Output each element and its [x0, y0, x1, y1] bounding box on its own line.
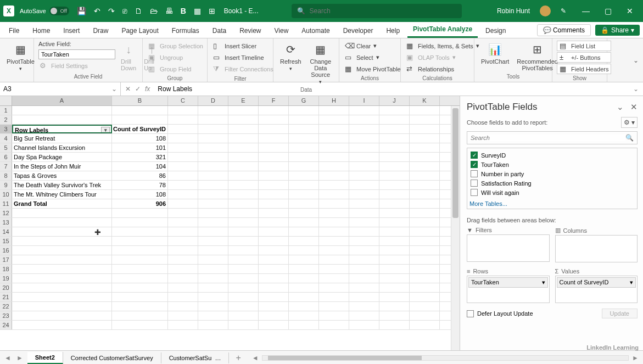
cell[interactable]	[379, 190, 410, 199]
cell[interactable]	[410, 218, 440, 227]
cell[interactable]	[198, 115, 228, 124]
cell[interactable]	[410, 143, 440, 152]
cell[interactable]	[410, 162, 440, 171]
cell[interactable]	[198, 265, 228, 273]
cell[interactable]	[259, 237, 289, 245]
row-header[interactable]: 10	[0, 190, 12, 199]
cell[interactable]	[259, 321, 289, 329]
field-list-button[interactable]: ▤Field List	[557, 41, 611, 51]
touch-icon[interactable]: ⎚	[122, 7, 127, 15]
cell[interactable]	[289, 209, 319, 217]
olap-tools-button[interactable]: ▣OLAP Tools ▾	[405, 52, 480, 63]
cell[interactable]	[259, 227, 289, 236]
field-tourtaken[interactable]: ✓TourTaken	[469, 160, 635, 169]
tab-review[interactable]: Review	[234, 24, 266, 38]
row-header[interactable]: 8	[0, 171, 12, 180]
pane-close-icon[interactable]: ✕	[630, 102, 638, 112]
cell[interactable]	[228, 218, 259, 227]
cell[interactable]	[410, 246, 440, 255]
cell[interactable]	[410, 106, 440, 115]
cell[interactable]	[349, 162, 379, 171]
cell[interactable]	[259, 209, 289, 217]
pane-gear-button[interactable]: ⚙ ▾	[621, 117, 638, 128]
cell[interactable]	[349, 237, 379, 245]
tab-file[interactable]: File	[3, 24, 25, 38]
cell[interactable]	[410, 293, 440, 301]
row-header[interactable]: 20	[0, 283, 12, 292]
cell[interactable]	[349, 311, 379, 320]
cell[interactable]	[228, 134, 259, 143]
tab-automate[interactable]: Automate	[296, 24, 335, 38]
cell[interactable]	[379, 153, 410, 161]
cell[interactable]	[289, 190, 319, 199]
checkbox-icon[interactable]: ✓	[471, 152, 478, 159]
cell[interactable]	[379, 115, 410, 124]
group-selection-button[interactable]: ▦Group Selection	[147, 41, 204, 51]
cell[interactable]: 108	[112, 134, 168, 143]
cell[interactable]	[228, 311, 259, 320]
fields-items-sets-button[interactable]: ▦Fields, Items, & Sets ▾	[405, 41, 480, 51]
cell[interactable]	[228, 302, 259, 311]
cell[interactable]	[289, 106, 319, 115]
cell[interactable]	[198, 274, 228, 283]
row-header[interactable]: 13	[0, 218, 12, 227]
tab-view[interactable]: View	[269, 24, 294, 38]
cell[interactable]	[228, 209, 259, 217]
cell[interactable]	[319, 265, 349, 273]
move-pivot-button[interactable]: ▦Move PivotTable	[344, 64, 402, 74]
cell[interactable]	[198, 237, 228, 245]
cell[interactable]	[259, 265, 289, 273]
cell[interactable]	[259, 274, 289, 283]
cell[interactable]	[379, 237, 410, 245]
cell[interactable]	[319, 171, 349, 180]
row-header[interactable]: 7	[0, 162, 12, 171]
cell[interactable]	[349, 255, 379, 264]
cell[interactable]	[319, 125, 349, 133]
sheet-prev-icon[interactable]: ◄	[4, 354, 11, 362]
cell[interactable]: 101	[112, 143, 168, 152]
cell[interactable]	[379, 134, 410, 143]
row-header[interactable]: 2	[0, 115, 12, 124]
cell[interactable]	[319, 134, 349, 143]
relationships-button[interactable]: ⇄Relationships	[405, 64, 480, 74]
cell[interactable]	[289, 143, 319, 152]
cell[interactable]	[12, 218, 112, 227]
cell[interactable]	[259, 153, 289, 161]
cell[interactable]	[410, 115, 440, 124]
cell[interactable]	[168, 321, 198, 329]
row-header[interactable]: 19	[0, 274, 12, 283]
cell[interactable]	[379, 125, 410, 133]
cell[interactable]	[379, 162, 410, 171]
cell[interactable]	[12, 265, 112, 273]
field-will-visit-again[interactable]: Will visit again	[469, 188, 635, 197]
cell[interactable]	[228, 283, 259, 292]
cell[interactable]	[319, 218, 349, 227]
cell[interactable]	[168, 106, 198, 115]
cell[interactable]: Tapas & Groves	[12, 171, 112, 180]
cell[interactable]	[319, 181, 349, 189]
scroll-left-icon[interactable]: ◄	[252, 354, 259, 362]
defer-checkbox[interactable]	[467, 310, 474, 317]
plusminus-buttons[interactable]: ±+/- Buttons	[557, 52, 611, 63]
pane-collapse-icon[interactable]: ⌄	[617, 102, 624, 112]
cell[interactable]	[198, 321, 228, 329]
filter-connections-button[interactable]: ⧩Filter Connections	[212, 64, 275, 75]
cell[interactable]	[198, 153, 228, 161]
cell[interactable]	[228, 237, 259, 245]
cell[interactable]	[228, 181, 259, 189]
cell[interactable]	[289, 153, 319, 161]
cell[interactable]	[12, 302, 112, 311]
tab-pagelayout[interactable]: Page Layout	[116, 24, 164, 38]
cell[interactable]	[379, 181, 410, 189]
select-all-corner[interactable]	[0, 96, 12, 105]
cell[interactable]: Big Sur Retreat	[12, 134, 112, 143]
cell[interactable]	[112, 265, 168, 273]
cell[interactable]	[379, 227, 410, 236]
cell[interactable]	[228, 106, 259, 115]
cell[interactable]	[410, 153, 440, 161]
field-headers-button[interactable]: ▦Field Headers	[557, 64, 611, 74]
cell[interactable]	[410, 227, 440, 236]
cell[interactable]	[319, 302, 349, 311]
cell[interactable]	[259, 125, 289, 133]
sheet-next-icon[interactable]: ►	[16, 354, 23, 362]
